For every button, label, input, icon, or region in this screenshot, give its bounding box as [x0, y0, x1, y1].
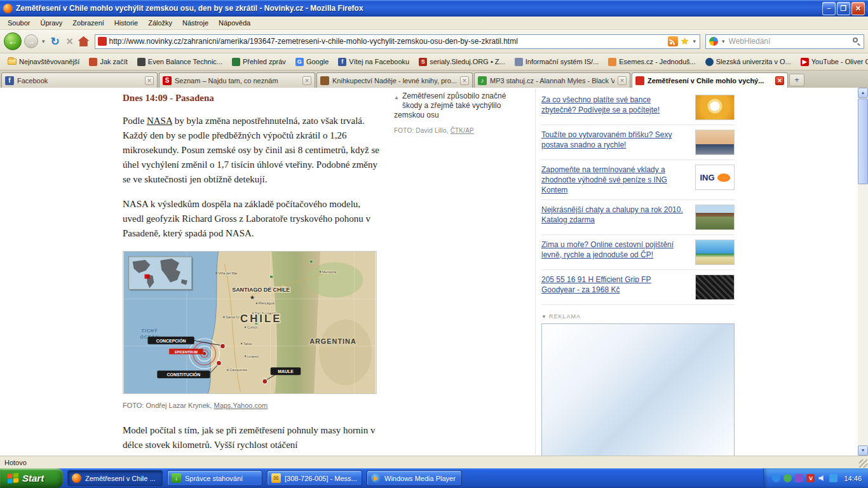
status-bar: Hotovo — [0, 456, 868, 468]
bookmark-sleduj[interactable]: Sserialy.Sleduj.ORG • Z... — [415, 56, 509, 68]
menu-napoveda[interactable]: Nápověda — [214, 17, 255, 29]
bookmark-star-icon[interactable]: ★ — [681, 37, 689, 46]
tab-bar: f Facebook ✕ S Seznam – Najdu tam, co ne… — [0, 71, 868, 88]
taskbar-item-firefox[interactable]: Zemětřesení v Chile ... — [67, 470, 163, 486]
facebook-favicon: f — [5, 76, 14, 85]
tab-novinky-active[interactable]: Zemětřesení v Chile mohlo vychý... ✕ — [632, 72, 788, 88]
bookmark-google[interactable]: GGoogle — [292, 56, 332, 68]
map-label-concepcion: CONCEPCIÓN — [156, 338, 186, 343]
media-tray-icon[interactable] — [772, 474, 780, 482]
bookmark-informacni-system[interactable]: Informační systém IS/... — [511, 56, 603, 68]
photo-credit: FOTO: David Lillo, ČTK/AP — [394, 126, 508, 135]
ad-link[interactable]: 205 55 16 91 H Efficient Grip FP Goodyea… — [541, 274, 685, 300]
tab-mp3-stahuj[interactable]: ♪ MP3 stahuj.cz - Alannah Myles - Black … — [474, 72, 630, 88]
tab-seznam[interactable]: S Seznam – Najdu tam, co neznám ✕ — [159, 72, 315, 88]
ad-sidebar: Za co všechno platíte své bance zbytečně… — [541, 90, 735, 456]
network-icon[interactable] — [829, 474, 837, 482]
home-button[interactable] — [78, 36, 90, 46]
ad-link[interactable]: Nejkrásnější chaty a chalupy na rok 2010… — [541, 205, 685, 230]
resize-grip[interactable] — [859, 459, 867, 468]
tab-knihkupectvi[interactable]: Knihkupectví Naděje - levné knihy, pro..… — [316, 72, 473, 88]
tab-close-icon[interactable]: ✕ — [460, 76, 469, 85]
tab-close-icon[interactable]: ✕ — [302, 76, 311, 85]
url-dropdown-icon[interactable]: ▾ — [691, 37, 697, 46]
menu-nastroje[interactable]: Nástroje — [177, 17, 214, 29]
taskbar-item-media-player[interactable]: ▶ Windows Media Player — [367, 470, 462, 486]
history-dropdown-icon[interactable]: ▾ — [41, 37, 46, 46]
scroll-up-icon[interactable]: ▲ — [858, 88, 868, 98]
tire-ad-image[interactable] — [695, 274, 735, 300]
bookmark-youtube[interactable]: ▶YouTube - Oliver Onio... — [797, 56, 868, 68]
page-scrollbar[interactable]: ▲ ▼ — [858, 88, 868, 456]
tab-facebook[interactable]: f Facebook ✕ — [1, 72, 158, 88]
search-bar[interactable]: ▾ — [705, 34, 864, 49]
bookmark-jak-zacit[interactable]: Jak začít — [85, 56, 131, 68]
google-icon: G — [295, 58, 304, 66]
menu-historie[interactable]: Historie — [109, 17, 143, 29]
getting-started-icon — [89, 58, 97, 66]
graphics-tray-icon[interactable] — [795, 474, 803, 482]
search-input[interactable] — [729, 37, 850, 46]
map-label-santiago: SANTIAGO DE CHILE — [232, 287, 290, 293]
ad-link[interactable]: Za co všechno platíte své bance zbytečně… — [541, 95, 685, 120]
back-button[interactable]: ← — [4, 32, 22, 50]
taskbar-item-download-manager[interactable]: ↓ Správce stahování — [167, 470, 262, 486]
cottage-ad-image[interactable] — [695, 205, 735, 230]
travel-ad-image[interactable] — [695, 240, 735, 265]
messenger-tray-icon[interactable] — [783, 474, 792, 482]
reklama-caret-icon: ▼ — [541, 314, 547, 320]
search-engine-dropdown-icon[interactable]: ▾ — [721, 37, 726, 46]
ad-link[interactable]: Toužíte po vytvarovaném břišku? Sexy pos… — [541, 130, 685, 155]
rss-icon[interactable] — [668, 36, 678, 46]
window-titlebar[interactable]: Zemětřesení v Chile mohlo vychýlit zemsk… — [0, 0, 868, 17]
stop-button[interactable]: ✕ — [64, 36, 76, 46]
ing-logo[interactable]: ING — [695, 165, 735, 190]
ad-banner-placeholder[interactable] — [541, 323, 735, 456]
scrollbar-thumb[interactable] — [858, 98, 868, 184]
taskbar-clock[interactable]: 14:46 — [844, 475, 862, 482]
tab-close-icon[interactable]: ✕ — [775, 76, 784, 85]
bookmarks-toolbar: Nejnavštěvovanější Jak začít Even Balanc… — [0, 53, 868, 71]
menu-soubor[interactable]: Soubor — [3, 17, 35, 29]
taskbar-item-messenger[interactable]: ✉ [308-726-005] - Mess... — [267, 470, 362, 486]
bookmark-slezska-univerzita[interactable]: Slezská univerzita v O... — [702, 56, 795, 68]
scroll-down-icon[interactable]: ▼ — [858, 445, 868, 456]
antivirus-tray-icon[interactable]: V — [806, 474, 815, 482]
bookmark-prehled-zprav[interactable]: Přehled zpráv — [228, 56, 290, 68]
ad-item: 205 55 16 91 H Efficient Grip FP Goodyea… — [541, 270, 735, 305]
ctk-ap-link[interactable]: ČTK/AP — [451, 127, 474, 134]
ad-link[interactable]: Zima u moře? Online cestovní pojištění l… — [541, 240, 685, 265]
music-favicon: ♪ — [478, 76, 487, 85]
url-input[interactable] — [109, 37, 666, 46]
tab-close-icon[interactable]: ✕ — [618, 76, 627, 85]
play-icon: ▶ — [371, 473, 381, 483]
download-icon: ↓ — [172, 473, 181, 483]
forward-button[interactable]: → — [24, 34, 38, 48]
volume-icon[interactable] — [818, 474, 826, 482]
even-balance-icon — [137, 58, 146, 66]
facebook-icon: f — [338, 58, 346, 66]
url-bar[interactable]: ★ ▾ — [95, 34, 700, 49]
maximize-button[interactable]: ❐ — [837, 2, 850, 15]
fitness-ad-image[interactable] — [695, 130, 735, 155]
nasa-link[interactable]: NASA — [147, 116, 172, 126]
bank-ad-image[interactable] — [695, 95, 735, 120]
menu-zobrazeni[interactable]: Zobrazení — [67, 17, 109, 29]
new-tab-button[interactable]: + — [789, 74, 804, 86]
menu-zalozky[interactable]: Záložky — [143, 17, 177, 29]
map-city-label: Curicó — [247, 325, 257, 329]
bookmark-folder-most-visited[interactable]: Nejnavštěvovanější — [4, 56, 83, 67]
tab-close-icon[interactable]: ✕ — [145, 76, 154, 85]
search-icon[interactable] — [853, 37, 860, 45]
bookmark-esemes[interactable]: Esemes.cz - Jednoduš... — [604, 56, 699, 68]
bookmark-even-balance[interactable]: Even Balance Technic... — [133, 56, 226, 68]
esemes-icon — [608, 58, 616, 66]
maps-yahoo-link[interactable]: Maps.Yahoo.com — [214, 402, 268, 409]
bookmark-facebook[interactable]: fVítej na Facebooku — [334, 56, 413, 68]
ad-link[interactable]: Zapomeňte na termínované vklady a zhodno… — [541, 165, 685, 195]
close-button[interactable]: ✕ — [851, 2, 865, 15]
start-button[interactable]: Start — [0, 468, 63, 488]
refresh-button[interactable]: ↻ — [49, 35, 62, 48]
minimize-button[interactable]: – — [822, 2, 836, 15]
menu-upravy[interactable]: Úpravy — [35, 17, 67, 29]
